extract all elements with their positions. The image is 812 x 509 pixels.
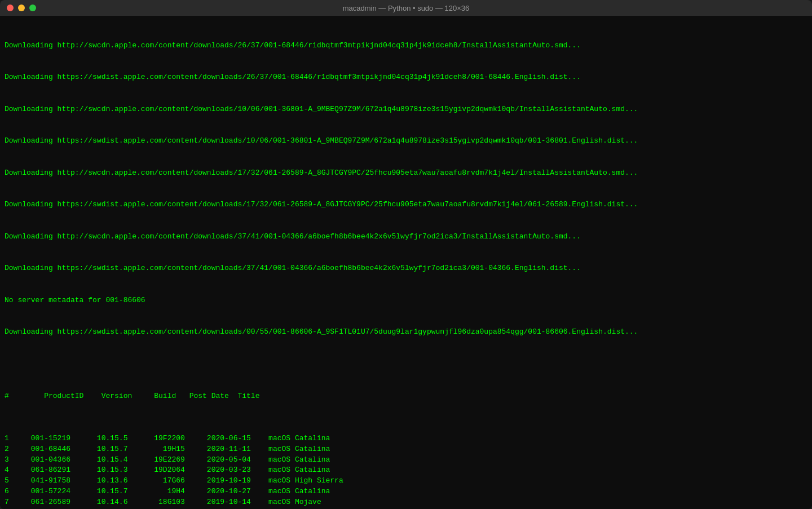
table-row-7: 7 061-26589 10.14.6 18G103 2019-10-14 ma…: [5, 497, 807, 508]
no-metadata-line: No server metadata for 001-86606: [5, 295, 807, 306]
table-row-3: 3 001-04366 10.15.4 19E2269 2020-05-04 m…: [5, 455, 807, 466]
table-row-5: 5 041-91758 10.13.6 17G66 2019-10-19 mac…: [5, 476, 807, 486]
terminal-body[interactable]: Downloading http://swcdn.apple.com/conte…: [0, 16, 812, 509]
download-line-9: Downloading https://swdist.apple.com/con…: [5, 327, 807, 338]
download-line-1: Downloading http://swcdn.apple.com/conte…: [5, 41, 807, 51]
download-line-5: Downloading http://swcdn.apple.com/conte…: [5, 168, 807, 179]
table-row-6: 6 001-57224 10.15.7 19H4 2020-10-27 macO…: [5, 486, 807, 497]
terminal-window: macadmin — Python • sudo — 120×36 Downlo…: [0, 0, 812, 509]
minimize-button[interactable]: [18, 5, 25, 11]
maximize-button[interactable]: [29, 5, 36, 11]
table-row-1: 1 001-15219 10.15.5 19F2200 2020-06-15 m…: [5, 433, 807, 444]
close-button[interactable]: [7, 5, 14, 11]
table-row-4: 4 061-86291 10.15.3 19D2064 2020-03-23 m…: [5, 465, 807, 476]
download-line-4: Downloading https://swdist.apple.com/con…: [5, 136, 807, 147]
product-table: # ProductID Version Build Post Date Titl…: [5, 370, 807, 509]
table-header: # ProductID Version Build Post Date Titl…: [5, 391, 807, 402]
titlebar: macadmin — Python • sudo — 120×36: [0, 0, 812, 16]
download-line-6: Downloading https://swdist.apple.com/con…: [5, 200, 807, 210]
window-title: macadmin — Python • sudo — 120×36: [343, 4, 470, 12]
table-row-2: 2 001-68446 10.15.7 19H15 2020-11-11 mac…: [5, 444, 807, 455]
download-line-7: Downloading http://swcdn.apple.com/conte…: [5, 232, 807, 242]
download-line-8: Downloading https://swdist.apple.com/con…: [5, 263, 807, 274]
traffic-lights: [7, 5, 36, 11]
download-line-3: Downloading http://swcdn.apple.com/conte…: [5, 104, 807, 115]
download-line-2: Downloading https://swdist.apple.com/con…: [5, 72, 807, 83]
table-rows: 1 001-15219 10.15.5 19F2200 2020-06-15 m…: [5, 433, 807, 509]
